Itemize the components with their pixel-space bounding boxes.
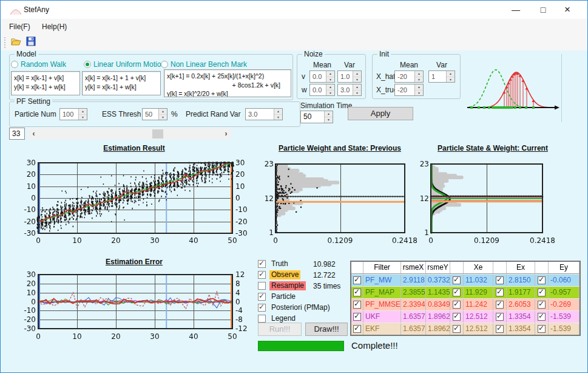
row-checkbox[interactable] [538,276,546,284]
spinner-arrows[interactable]: ▲▼ [414,84,423,95]
checkbox-observe[interactable] [258,271,266,279]
spinner-down-icon[interactable]: ▼ [353,77,361,83]
spinner-up-icon[interactable]: ▲ [326,71,334,77]
spinner-down-icon[interactable]: ▼ [326,91,334,96]
row-checkbox[interactable] [353,289,361,296]
ess-thresh-spinner[interactable]: 50 ▲▼ [142,108,167,120]
spinner-up-icon[interactable]: ▲ [326,84,334,91]
row-checkbox[interactable] [496,325,504,333]
maximize-button[interactable]: □ [530,1,556,19]
noize-v-mean-spinner[interactable]: 0.0▲▼ [309,70,335,83]
close-button[interactable]: × [554,1,581,19]
spinner-arrows[interactable]: ▲▼ [158,109,167,120]
apply-button[interactable]: Apply [348,107,413,120]
row-checkbox[interactable] [496,301,504,309]
spinner-down-icon[interactable]: ▼ [159,115,167,120]
noize-groupbox: Noize MeanVarv0.0▲▼1.0▲▼w0.0▲▼3.0▲▼ [297,54,366,99]
table-cell-rsmeY: 1.8962 [426,323,450,335]
row-checkbox[interactable] [353,313,361,321]
spinner-arrows[interactable]: ▲▼ [274,109,282,120]
spinner-up-icon[interactable]: ▲ [415,71,423,77]
row-checkbox[interactable] [453,301,461,309]
simulation-time-spinner[interactable]: 50 ▲▼ [300,111,333,123]
minimize-button[interactable]: — [502,1,529,19]
spinner-up-icon[interactable]: ▲ [325,111,333,117]
spinner-up-icon[interactable]: ▲ [415,84,423,91]
table-cell-Ex: 2.8150 [507,275,535,286]
spinner-arrows[interactable]: ▲▼ [326,71,334,82]
scroll-right-icon[interactable]: › [221,128,231,140]
scrollbar-thumb[interactable] [152,129,163,139]
init-X_hat-mean-spinner[interactable]: -20▲▼ [394,70,424,83]
spinner-up-icon[interactable]: ▲ [353,71,361,77]
open-file-icon[interactable] [10,36,24,49]
draw-button[interactable]: Draw!!! [305,323,348,336]
init-X_hat-var-spinner[interactable]: 1▲▼ [428,70,455,83]
checkbox-truth[interactable] [258,260,266,268]
spinner-up-icon[interactable]: ▲ [353,84,361,91]
row-checkbox[interactable] [453,289,461,296]
table-checkbox-cell [351,323,363,335]
spinner-down-icon[interactable]: ▼ [79,115,87,120]
row-checkbox[interactable] [496,313,504,321]
noize-v-var-spinner[interactable]: 1.0▲▼ [337,70,362,83]
row-checkbox[interactable] [538,301,546,309]
checkbox-label: Observe [269,270,300,279]
row-checkbox[interactable] [353,276,361,284]
spinner-arrows[interactable]: ▲▼ [78,109,87,120]
spinner-down-icon[interactable]: ▼ [415,77,423,83]
spinner-arrows[interactable]: ▲▼ [353,84,361,95]
spinner-arrows[interactable]: ▲▼ [446,71,455,82]
particle-num-spinner[interactable]: 100 ▲▼ [59,108,87,120]
time-scrollbar[interactable]: ‹ › [29,128,231,140]
menu-help[interactable]: Help(H) [38,21,70,32]
row-checkbox[interactable] [453,276,461,284]
model-radio-non-linear-bench-mark[interactable] [161,61,168,68]
spinner-arrows[interactable]: ▲▼ [353,71,361,82]
row-checkbox[interactable] [453,313,461,321]
checkbox-particle[interactable] [258,293,266,301]
spinner-down-icon[interactable]: ▼ [274,115,282,120]
spinner-arrows[interactable]: ▲▼ [414,71,423,82]
spinner-down-icon[interactable]: ▼ [353,91,361,96]
row-checkbox[interactable] [538,313,546,321]
table-row-pf_mw: PF_MW2.91180.373211.0322.8150-0.060 [351,274,580,286]
row-checkbox[interactable] [496,289,504,296]
table-checkbox-cell [535,287,549,298]
model-radio-random-walk[interactable] [11,61,18,68]
row-checkbox[interactable] [538,325,546,333]
checkbox-posteriori-pfmap-[interactable] [258,304,266,312]
init-X_true-mean-spinner[interactable]: -20▲▼ [394,84,424,96]
spinner-arrows[interactable]: ▲▼ [326,84,334,95]
pf-setting-group-label: PF Setting [15,97,52,106]
noize-w-var-spinner[interactable]: 3.0▲▼ [337,84,362,96]
row-checkbox[interactable] [353,325,361,333]
row-checkbox[interactable] [453,325,461,333]
spinner-down-icon[interactable]: ▼ [447,77,455,83]
predict-rand-var-spinner[interactable]: 3.0 ▲▼ [245,108,283,120]
spinner-down-icon[interactable]: ▼ [415,91,423,96]
run-button[interactable]: Run!!! [258,323,302,336]
spinner-up-icon[interactable]: ▲ [274,109,282,115]
spinner-down-icon[interactable]: ▼ [325,117,333,123]
spinner-arrows[interactable]: ▲▼ [324,111,333,123]
checkbox-resample[interactable] [258,282,266,290]
ess-unit-label: % [171,110,178,118]
time-index-box[interactable]: 33 [9,128,25,140]
noize-w-mean-spinner[interactable]: 0.0▲▼ [309,84,335,96]
spinner-up-icon[interactable]: ▲ [447,71,455,77]
menu-file[interactable]: File(F) [5,21,34,32]
row-checkbox[interactable] [496,276,504,284]
row-checkbox[interactable] [353,301,361,309]
table-cell-Ex: 1.3354 [507,323,535,335]
row-checkbox[interactable] [538,289,546,296]
scroll-left-icon[interactable]: ‹ [29,128,39,140]
spinner-up-icon[interactable]: ▲ [79,109,87,115]
table-cell-Xe: 12.512 [464,311,493,323]
predict-rand-var-label: Predict Rand Var [186,110,241,118]
spinner-up-icon[interactable]: ▲ [159,109,167,115]
checkbox-legend[interactable] [258,315,266,323]
spinner-down-icon[interactable]: ▼ [326,77,334,83]
save-file-icon[interactable] [26,36,39,49]
model-radio-linear-uniform-motion[interactable] [84,61,91,68]
